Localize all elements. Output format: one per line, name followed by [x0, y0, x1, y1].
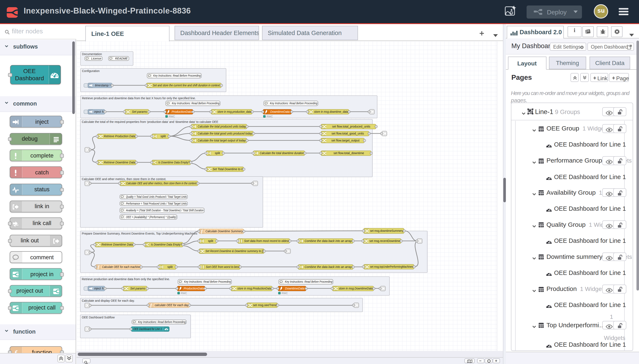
svg-text:set flow.target_output: set flow.target_output: [331, 138, 360, 142]
svg-text:License: License: [91, 56, 101, 60]
svg-text:Calculate the total downtime d: Calculate the total downtime duration: [260, 151, 304, 154]
svg-text:split: split: [208, 239, 213, 242]
svg-text:Calculate the total of the req: Calculate the total of the required prop…: [82, 120, 218, 123]
svg-text:Availavity = (Total Shift Dura: Availavity = (Total Shift Duration - Tot…: [126, 208, 204, 212]
svg-text:RWC: RWC: [282, 292, 288, 294]
svg-text:Documentation: Documentation: [82, 52, 102, 56]
svg-text:README: README: [115, 56, 128, 60]
svg-text:Set params: Set params: [130, 286, 145, 290]
svg-text:store in msg.production_data: store in msg.production_data: [217, 110, 251, 113]
svg-text:OEE = (Availability) * (Perfor: OEE = (Availability) * (Performance) * (…: [126, 215, 176, 218]
svg-text:ProductionData: ProductionData: [172, 110, 192, 113]
svg-text:Is Downtime Data Empty?: Is Downtime Data Empty?: [158, 160, 190, 164]
svg-text:Retrieve Downtime Data: Retrieve Downtime Data: [104, 160, 135, 164]
svg-text:inject ↻: inject ↻: [94, 286, 104, 290]
svg-text:Is Downtime Data Empty?: Is Downtime Data Empty?: [151, 242, 182, 246]
svg-text:set flow.total_produced_units: set flow.total_produced_units: [332, 124, 371, 128]
svg-text:OEE Dashboard for Line 1: OEE Dashboard for Line 1: [133, 327, 162, 330]
svg-text:Key Instructions: Read Before: Key Instructions: Read Before Proceeding: [285, 280, 333, 283]
svg-text:DowntimeData: DowntimeData: [270, 110, 290, 113]
svg-text:Set Recent Downtime & Downtime: Set Recent Downtime & Downtime summery t…: [205, 249, 263, 252]
svg-text:timestamp ¹: timestamp ¹: [95, 84, 110, 87]
svg-text:Set Total Downtime to 0: Set Total Downtime to 0: [213, 167, 243, 170]
svg-text:Key Instructions: Read Before: Key Instructions: Read Before Proceeding: [270, 101, 317, 105]
svg-text:ProductionData: ProductionData: [184, 286, 204, 290]
svg-text:RWC: RWC: [169, 115, 175, 118]
svg-text:store in msg.DowntimeData: store in msg.DowntimeData: [339, 286, 373, 290]
svg-text:set msg.topUnderPerformingMach: set msg.topUnderPerformingMachines: [370, 265, 413, 268]
svg-text:split: split: [215, 151, 220, 154]
svg-text:Performance = Total Produced U: Performance = Total Produced Units / Tot…: [126, 202, 187, 205]
svg-text:inject ↻: inject ↻: [94, 110, 104, 113]
svg-text:Retrieve Downtime Data: Retrieve Downtime Data: [101, 242, 133, 246]
svg-text:Calculate the total produced u: Calculate the total produced units today: [198, 124, 246, 128]
svg-text:store in msg.ProductionData: store in msg.ProductionData: [237, 286, 271, 290]
svg-text:RWC: RWC: [267, 115, 273, 118]
svg-text:Configuration: Configuration: [82, 69, 100, 72]
svg-text:Sort data from most recent to: Sort data from most recent to oldest: [244, 239, 289, 242]
svg-text:set msg.recentDowntime: set msg.recentDowntime: [369, 239, 400, 242]
svg-text:set msg.oeeTrend: set msg.oeeTrend: [253, 303, 277, 306]
svg-text:set flow.total_good_units: set flow.total_good_units: [332, 132, 364, 135]
svg-text:calculate OEE for each day: calculate OEE for each day: [155, 303, 189, 306]
svg-text:Calculate and display OEE for: Calculate and display OEE for each day.: [82, 299, 135, 302]
svg-text:Key Instructions: Read Before: Key Instructions: Read Before Proceeding: [153, 74, 201, 77]
svg-text:RWC: RWC: [181, 292, 187, 294]
svg-text:store in msg.downtime_data: store in msg.downtime_data: [314, 110, 348, 113]
svg-text:Key Instructions: Read Before: Key Instructions: Read Before Proceeding: [138, 320, 186, 324]
svg-text:Calculate Downtime Summery: Calculate Downtime Summery: [205, 229, 243, 233]
svg-text:split: split: [167, 265, 173, 268]
svg-text:Calculate OEE and other metric: Calculate OEE and other metrics, then st…: [126, 181, 197, 185]
svg-text:OEE Dashboard Subflow: OEE Dashboard Subflow: [82, 316, 115, 319]
svg-text:Retrieve production and downti: Retrieve production and downtime data fr…: [82, 96, 196, 100]
svg-text:Calculate OEE for each machine: Calculate OEE for each machine: [102, 265, 140, 268]
svg-text:Set and store the current line: Set and store the current line and shift…: [153, 84, 220, 87]
svg-text:Sort OEE from worst to best: Sort OEE from worst to best: [206, 265, 239, 268]
svg-text:Key Instructions: Read Before: Key Instructions: Read Before Proceeding: [172, 101, 220, 105]
svg-text:DowntimeData: DowntimeData: [285, 286, 304, 290]
svg-text:Combine the data back into an: Combine the data back into an array.: [304, 265, 352, 268]
svg-text:Quality = Total Good Units Pro: Quality = Total Good Units Produced / To…: [126, 195, 187, 198]
svg-text:Calculate the total target out: Calculate the total target output of tod…: [198, 138, 246, 142]
svg-text:set flow.total_downtime: set flow.total_downtime: [334, 151, 364, 154]
svg-text:split: split: [161, 134, 166, 138]
svg-text:Calculate OEE and other metric: Calculate OEE and other metrics, then st…: [82, 177, 166, 180]
svg-text:Retrieve production and downti: Retrieve production and downtime data fr…: [82, 277, 170, 280]
svg-text:Prepare Downtime Summary, Rece: Prepare Downtime Summary, Recent Downtim…: [82, 232, 197, 235]
svg-text:Retrieve Production Data: Retrieve Production Data: [104, 134, 135, 138]
svg-text:Key Instructions: Read Before: Key Instructions: Read Before Proceeding: [184, 280, 231, 283]
svg-text:Calculate the total good units: Calculate the total good units produced …: [198, 132, 252, 135]
svg-text:Set params: Set params: [132, 110, 147, 113]
svg-text:set msg.downtimeSummery: set msg.downtimeSummery: [370, 229, 403, 232]
svg-text:Combine the data back into an: Combine the data back into an array.: [304, 239, 352, 242]
